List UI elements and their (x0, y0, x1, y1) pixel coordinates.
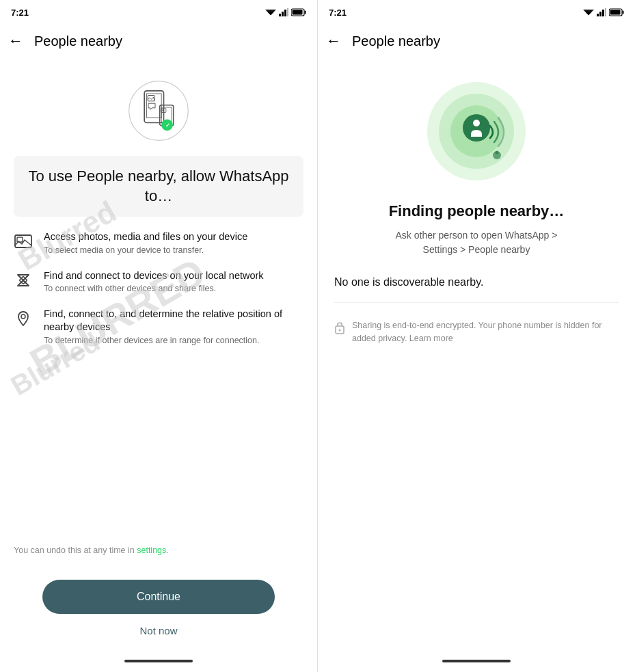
svg-rect-33 (610, 10, 621, 15)
no-one-nearby-text: No one is discoverable nearby. (334, 276, 619, 303)
right-screen: Blurred BLURRED 7:21 ← Peop (317, 0, 635, 672)
back-button-left[interactable]: ← (5, 29, 26, 53)
time-right: 7:21 (329, 8, 347, 18)
header-right: ← People nearby (318, 22, 635, 60)
svg-point-10 (129, 81, 189, 141)
encryption-text: Sharing is end-to-end encrypted. Your ph… (352, 319, 619, 345)
wifi-icon-left (265, 8, 276, 16)
signal-icon-left (279, 8, 288, 16)
left-screen: Blurred BLURRED Blurred 7:21 (0, 0, 317, 672)
status-icons-left (265, 8, 306, 16)
network-icon (14, 271, 33, 290)
nav-indicator-left (0, 656, 317, 672)
right-content-inner: Finding people nearby… Ask other person … (334, 202, 619, 356)
finding-title: Finding people nearby… (334, 202, 619, 220)
svg-marker-2 (269, 14, 272, 15)
right-main-content: Finding people nearby… Ask other person … (318, 60, 635, 656)
encryption-note: Sharing is end-to-end encrypted. Your ph… (334, 308, 619, 356)
permission-list: Access photos, media and files on your d… (14, 230, 303, 535)
radar-svg (422, 77, 531, 186)
battery-icon-right (609, 8, 624, 16)
settings-link[interactable]: settings (137, 546, 166, 555)
page-title-left: People nearby (34, 33, 122, 49)
battery-icon-left (291, 8, 306, 16)
svg-rect-5 (284, 10, 286, 16)
svg-rect-29 (602, 10, 604, 16)
svg-rect-32 (623, 11, 624, 14)
svg-point-23 (21, 314, 25, 319)
svg-rect-30 (605, 8, 606, 16)
svg-rect-3 (279, 14, 281, 16)
svg-marker-26 (587, 14, 590, 15)
svg-point-40 (496, 151, 499, 154)
lock-icon (334, 321, 345, 334)
permission-text-location: Find, connect to, and determine the rela… (44, 308, 303, 347)
svg-point-38 (473, 120, 480, 126)
status-bar-right: 7:21 (318, 0, 635, 22)
settings-note: You can undo this at any time in setting… (14, 546, 303, 555)
svg-rect-27 (597, 14, 599, 16)
nav-bar-right (442, 660, 511, 662)
svg-rect-6 (287, 8, 288, 16)
svg-text:✓: ✓ (165, 122, 170, 129)
permission-title: To use People nearby, allow WhatsApp to… (14, 156, 303, 217)
location-icon (14, 309, 33, 328)
svg-rect-28 (599, 12, 602, 16)
back-button-right[interactable]: ← (323, 29, 344, 53)
svg-point-37 (463, 114, 490, 142)
svg-rect-8 (305, 11, 306, 14)
finding-subtitle: Ask other person to open WhatsApp > Sett… (381, 228, 572, 257)
bottom-buttons: Continue Not now (0, 566, 317, 656)
nav-indicator-right (318, 656, 635, 672)
nav-bar-left (124, 660, 193, 662)
svg-rect-4 (282, 12, 284, 16)
phone-illustration-container: ✓ (14, 77, 303, 145)
permission-item-location: Find, connect to, and determine the rela… (14, 308, 303, 347)
permission-text-network: Find and connect to devices on your loca… (44, 269, 264, 295)
phone-illustration-svg: ✓ (124, 77, 193, 145)
continue-button[interactable]: Continue (42, 580, 275, 614)
permission-item-network: Find and connect to devices on your loca… (14, 269, 303, 295)
permission-item-media: Access photos, media and files on your d… (14, 230, 303, 256)
svg-point-42 (339, 330, 341, 332)
signal-icon-right (597, 8, 606, 16)
left-main-content: ✓ To use People nearby, allow WhatsApp t… (0, 60, 317, 566)
not-now-button[interactable]: Not now (137, 622, 180, 639)
photo-icon (14, 232, 33, 251)
status-icons-right (583, 8, 624, 16)
radar-illustration-container (334, 77, 619, 186)
svg-rect-9 (293, 10, 303, 15)
page-title-right: People nearby (352, 33, 440, 49)
status-bar-left: 7:21 (0, 0, 317, 22)
header-left: ← People nearby (0, 22, 317, 60)
permission-text-media: Access photos, media and files on your d… (44, 230, 247, 256)
wifi-icon-right (583, 8, 594, 16)
time-left: 7:21 (11, 8, 29, 18)
